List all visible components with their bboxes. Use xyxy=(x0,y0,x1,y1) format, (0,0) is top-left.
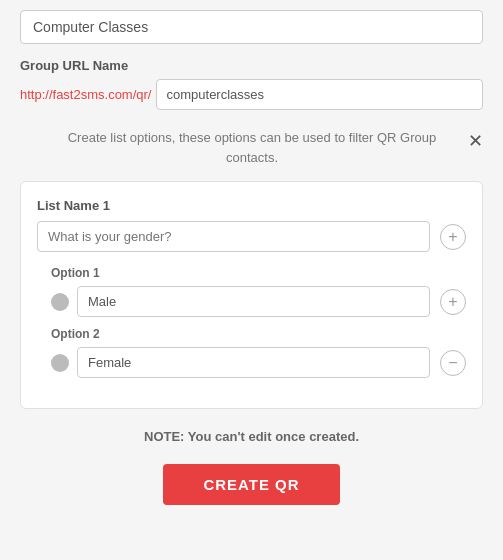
option2-section: Option 2 − xyxy=(37,327,466,378)
create-qr-button[interactable]: CREATE QR xyxy=(163,464,339,505)
note-text: NOTE: You can't edit once created. xyxy=(144,429,359,444)
list-card: List Name 1 + Option 1 + Option 2 − xyxy=(20,181,483,409)
url-suffix-input[interactable] xyxy=(156,79,484,110)
option1-section: Option 1 + xyxy=(37,266,466,317)
remove-option2-icon[interactable]: − xyxy=(440,350,466,376)
option2-radio[interactable] xyxy=(51,354,69,372)
option1-label: Option 1 xyxy=(51,266,466,280)
group-name-input[interactable] xyxy=(20,10,483,44)
option2-label: Option 2 xyxy=(51,327,466,341)
list-name-input[interactable] xyxy=(37,221,430,252)
url-row: http://fast2sms.com/qr/ xyxy=(20,79,483,110)
url-prefix: http://fast2sms.com/qr/ xyxy=(20,87,152,102)
list-name-row: + xyxy=(37,221,466,252)
option1-radio[interactable] xyxy=(51,293,69,311)
add-list-option-icon[interactable]: + xyxy=(440,224,466,250)
info-text: Create list options, these options can b… xyxy=(46,128,458,167)
close-icon[interactable]: ✕ xyxy=(468,130,483,152)
option2-row: − xyxy=(51,347,466,378)
option1-input[interactable] xyxy=(77,286,430,317)
option2-input[interactable] xyxy=(77,347,430,378)
option1-row: + xyxy=(51,286,466,317)
info-section: Create list options, these options can b… xyxy=(20,128,483,167)
list-name-label: List Name 1 xyxy=(37,198,466,213)
add-option1-icon[interactable]: + xyxy=(440,289,466,315)
group-url-label: Group URL Name xyxy=(20,58,128,73)
